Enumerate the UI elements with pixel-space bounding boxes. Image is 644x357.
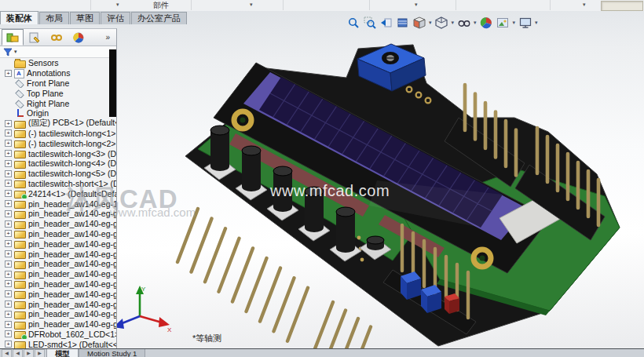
- dropdown-caret-icon[interactable]: ▾: [535, 20, 538, 26]
- tree-item[interactable]: + Top Plane: [0, 88, 116, 98]
- expand-toggle[interactable]: +: [5, 321, 12, 328]
- ribbon-tab[interactable]: 办公室产品: [131, 12, 187, 24]
- tree-item[interactable]: + pin_header_aw140-eg-g02: [0, 229, 116, 239]
- panel-expand-button[interactable]: »: [105, 33, 110, 42]
- tree-item[interactable]: + pin_header_aw140-eg-g03: [0, 259, 116, 269]
- expand-toggle[interactable]: +: [5, 290, 12, 297]
- expand-toggle[interactable]: +: [5, 210, 12, 217]
- tree-item[interactable]: + pin_header_aw140-eg-g02: [0, 219, 116, 229]
- edit-appearance-button[interactable]: [479, 16, 494, 31]
- expand-toggle[interactable]: +: [5, 170, 12, 177]
- tree-item[interactable]: + (固定) PCB<1> (Default<<: [0, 118, 116, 129]
- tree-item[interactable]: + (-) tactileswitch-long<1> (D: [0, 129, 116, 139]
- tree-item[interactable]: + Front Plane: [0, 78, 116, 89]
- toolbar-separator: [456, 0, 456, 10]
- tree-item-icon: [14, 180, 26, 188]
- tab-featuremanager-design-tree[interactable]: [2, 29, 24, 46]
- previous-view-button[interactable]: [379, 16, 393, 31]
- expand-toggle[interactable]: +: [5, 260, 12, 268]
- document-tab[interactable]: Motion Study 1: [79, 349, 145, 357]
- expand-toggle[interactable]: +: [5, 140, 12, 147]
- view-orientation-label: *等轴测: [192, 333, 221, 344]
- tree-item[interactable]: + pin_header_aw140-eg-g08: [0, 299, 116, 309]
- tab-appearances[interactable]: [68, 29, 90, 46]
- tree-item[interactable]: + pin_header_aw140-eg-g06: [0, 279, 116, 290]
- ribbon-tab[interactable]: 布局: [39, 12, 69, 24]
- tree-item-icon: [14, 301, 26, 309]
- dropdown-caret-icon[interactable]: ▾: [513, 20, 516, 26]
- expand-toggle[interactable]: +: [5, 129, 12, 137]
- tree-item[interactable]: + pin_header_aw140-eg-g06: [0, 269, 116, 279]
- tree-item[interactable]: + pin_header_aw140-eg-g03: [0, 239, 116, 249]
- tab-scroll-button[interactable]: ◀: [13, 349, 23, 357]
- ribbon-tab[interactable]: 草图: [70, 12, 100, 24]
- expand-toggle[interactable]: +: [5, 160, 12, 167]
- filter-caret-icon[interactable]: ▾: [14, 49, 17, 55]
- zoom-area-button[interactable]: [362, 16, 377, 31]
- tree-item[interactable]: + pin_header_aw140-eg-g08: [0, 309, 116, 319]
- expand-toggle[interactable]: +: [5, 240, 12, 247]
- apply-scene-button[interactable]: [496, 16, 510, 31]
- expand-toggle[interactable]: +: [5, 301, 12, 308]
- expand-toggle[interactable]: +: [5, 280, 12, 287]
- tree-item[interactable]: + (-) tactileswitch-long<2> (D: [0, 138, 116, 148]
- tree-item[interactable]: + Origin: [0, 108, 116, 118]
- tree-item-label: pin_header_aw140-eg-g03: [28, 250, 116, 259]
- tree-item[interactable]: + tactileswitch-long<5> (Def: [0, 169, 116, 179]
- view-settings-button[interactable]: [518, 16, 532, 31]
- dropdown-caret-icon[interactable]: ▾: [250, 2, 253, 8]
- tree-item-icon: [14, 281, 26, 289]
- tree-item[interactable]: + Annotations: [0, 68, 116, 78]
- tree-item[interactable]: + Right Plane: [0, 98, 116, 108]
- dropdown-caret-icon[interactable]: ▾: [415, 2, 418, 8]
- tab-scroll-buttons: ◀◀▶▶: [0, 349, 46, 357]
- document-tab[interactable]: 模型: [46, 349, 79, 357]
- tree-item[interactable]: + pin_header_aw140-eg-g07: [0, 289, 116, 299]
- tree-item-icon: [14, 221, 26, 229]
- tree-item-label: pin_header_aw140-eg-g09: [28, 319, 116, 329]
- tree-item[interactable]: + Sensors: [0, 58, 116, 68]
- dropdown-caret-icon[interactable]: ▾: [429, 20, 432, 26]
- expand-toggle[interactable]: +: [5, 271, 12, 278]
- tree-item[interactable]: + tactileswitch-long<4> (Def: [0, 158, 116, 169]
- display-style-button[interactable]: [434, 16, 449, 31]
- expand-toggle[interactable]: +: [5, 180, 12, 187]
- section-view-button[interactable]: [395, 16, 410, 31]
- expand-toggle[interactable]: +: [5, 220, 12, 228]
- tree-item[interactable]: + tactileswitch-long<3> (Def: [0, 148, 116, 158]
- expand-toggle[interactable]: +: [5, 230, 12, 237]
- expand-toggle[interactable]: +: [5, 200, 12, 207]
- expand-toggle[interactable]: +: [5, 250, 12, 257]
- hide-show-items-button[interactable]: [456, 16, 471, 31]
- view-orientation-button[interactable]: [412, 16, 426, 31]
- tab-propertymanager[interactable]: [24, 29, 46, 46]
- tab-configurationmanager[interactable]: [46, 29, 68, 46]
- expand-toggle[interactable]: +: [5, 70, 12, 77]
- tab-scroll-button[interactable]: ◀: [2, 349, 12, 357]
- dropdown-caret-icon[interactable]: ▾: [452, 20, 455, 26]
- ribbon-tab[interactable]: 评估: [101, 12, 130, 24]
- expand-toggle[interactable]: +: [5, 330, 12, 337]
- expand-toggle[interactable]: +: [5, 311, 12, 318]
- tree-item-label: Top Plane: [27, 89, 64, 98]
- ribbon-tab[interactable]: 装配体: [0, 11, 38, 24]
- tree-scroll-shadow: [109, 49, 116, 117]
- tab-scroll-button[interactable]: ▶: [35, 349, 45, 357]
- dropdown-caret-icon[interactable]: ▾: [583, 2, 586, 8]
- zoom-fit-button[interactable]: [346, 16, 360, 31]
- expand-toggle[interactable]: +: [5, 341, 12, 348]
- tree-item-icon: [14, 108, 24, 118]
- insert-component-label[interactable]: 部件: [153, 0, 169, 11]
- tree-item[interactable]: + pin_header_aw140-eg-g03: [0, 249, 116, 259]
- expand-toggle[interactable]: +: [5, 150, 12, 157]
- toolbar-separator: [90, 0, 91, 10]
- tree-item[interactable]: + DFRobot_1602_LCD<1> (D: [0, 330, 116, 340]
- tab-scroll-button[interactable]: ▶: [24, 349, 34, 357]
- dropdown-caret-icon[interactable]: ▾: [474, 20, 477, 26]
- expand-toggle[interactable]: +: [5, 120, 12, 127]
- filter-funnel-icon[interactable]: [3, 48, 13, 56]
- tree-filter-bar: ▾: [0, 46, 116, 58]
- tree-item[interactable]: + pin_header_aw140-eg-g09: [0, 319, 116, 330]
- dropdown-caret-icon[interactable]: ▾: [116, 2, 119, 8]
- expand-toggle[interactable]: +: [5, 190, 12, 197]
